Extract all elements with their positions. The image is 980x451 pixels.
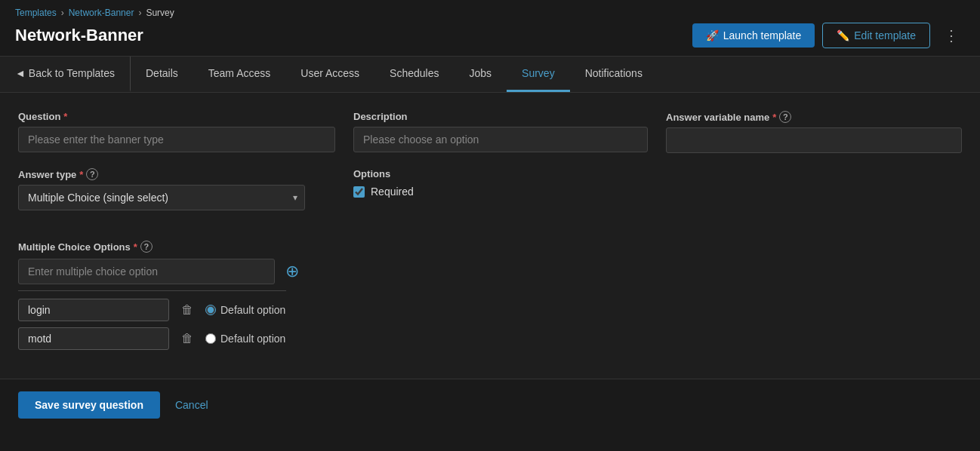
answer-type-select[interactable]: Text Textarea Password Integer Float Mul…	[18, 185, 305, 210]
question-col: Question *	[18, 111, 335, 153]
delete-login-button[interactable]: 🗑	[177, 302, 198, 318]
back-to-templates-tab[interactable]: ◄ Back to Templates	[0, 57, 131, 92]
option-input-motd[interactable]	[18, 327, 169, 350]
default-radio-login[interactable]	[205, 305, 216, 315]
back-label: Back to Templates	[29, 67, 115, 79]
rocket-icon: 🚀	[706, 29, 719, 41]
description-label: Description	[353, 111, 648, 122]
answer-var-required: *	[772, 112, 776, 123]
description-input[interactable]	[353, 127, 648, 152]
required-label-text: Required	[371, 186, 414, 198]
option-row-motd: 🗑 Default option	[18, 327, 962, 350]
top-header: Templates › Network-Banner › Survey Netw…	[0, 0, 980, 57]
tab-team-access[interactable]: Team Access	[193, 57, 285, 92]
question-required: *	[63, 111, 67, 122]
default-radio-motd-label[interactable]: Default option	[205, 333, 285, 345]
tab-jobs[interactable]: Jobs	[454, 57, 507, 92]
tab-notifications[interactable]: Notifications	[570, 57, 658, 92]
mc-options-section: Multiple Choice Options * ? ⊕ 🗑 Default …	[18, 241, 962, 350]
mc-input-row: ⊕	[18, 259, 962, 284]
answer-type-label: Answer type * ?	[18, 168, 335, 180]
tab-survey[interactable]: Survey	[507, 57, 570, 92]
add-option-button[interactable]: ⊕	[282, 263, 302, 280]
description-col: Description	[353, 111, 648, 153]
breadcrumb-survey: Survey	[146, 8, 174, 18]
option-input-login[interactable]	[18, 299, 169, 321]
option-rows: 🗑 Default option 🗑 Default option	[18, 299, 962, 350]
form-row-1: Question * Description Answer variable n…	[18, 111, 962, 153]
default-radio-motd[interactable]	[205, 333, 216, 344]
question-label: Question *	[18, 111, 335, 122]
answer-type-required: *	[79, 169, 83, 180]
mc-help-icon[interactable]: ?	[140, 241, 153, 253]
tab-user-access[interactable]: User Access	[285, 57, 374, 92]
header-row: Network-Banner 🚀 Launch template ✏️ Edit…	[15, 23, 965, 56]
page-title: Network-Banner	[15, 26, 143, 45]
breadcrumb: Templates › Network-Banner › Survey	[15, 8, 965, 18]
answer-type-col: Answer type * ? Text Textarea Password I…	[18, 168, 335, 210]
pencil-icon: ✏️	[837, 29, 849, 41]
mc-divider	[18, 290, 286, 291]
answer-type-select-wrapper: Text Textarea Password Integer Float Mul…	[18, 185, 305, 210]
default-option-motd-label: Default option	[220, 333, 285, 345]
mc-new-option-input[interactable]	[18, 259, 275, 284]
edit-template-button[interactable]: ✏️ Edit template	[822, 23, 930, 48]
form-content: Question * Description Answer variable n…	[0, 93, 980, 379]
breadcrumb-sep2: ›	[138, 8, 141, 18]
save-survey-question-button[interactable]: Save survey question	[18, 391, 160, 419]
tab-schedules[interactable]: Schedules	[374, 57, 454, 92]
breadcrumb-sep1: ›	[61, 8, 64, 18]
edit-label: Edit template	[854, 29, 916, 41]
tab-details[interactable]: Details	[131, 57, 193, 92]
answer-var-help-icon[interactable]: ?	[779, 111, 791, 123]
header-actions: 🚀 Launch template ✏️ Edit template ⋮	[692, 23, 965, 48]
more-options-button[interactable]: ⋮	[938, 23, 965, 48]
answer-var-label: Answer variable name * ?	[666, 111, 962, 123]
question-input[interactable]	[18, 127, 335, 152]
chevron-left-icon: ◄	[15, 67, 26, 79]
options-label: Options	[353, 168, 648, 179]
footer: Save survey question Cancel	[0, 379, 980, 431]
answer-var-col: Answer variable name * ? net_type	[666, 111, 962, 153]
breadcrumb-templates[interactable]: Templates	[15, 8, 57, 18]
required-checkbox-label[interactable]: Required	[353, 186, 648, 198]
option-row-login: 🗑 Default option	[18, 299, 962, 321]
launch-label: Launch template	[723, 29, 802, 41]
default-option-login-label: Default option	[220, 304, 285, 316]
mc-required: *	[134, 241, 137, 253]
launch-template-button[interactable]: 🚀 Launch template	[692, 23, 815, 48]
mc-options-label: Multiple Choice Options * ?	[18, 241, 962, 253]
cancel-button[interactable]: Cancel	[175, 399, 208, 411]
nav-tabs: ◄ Back to Templates Details Team Access …	[0, 57, 980, 93]
default-radio-login-label[interactable]: Default option	[205, 304, 285, 316]
required-checkbox[interactable]	[353, 186, 365, 198]
breadcrumb-network-banner[interactable]: Network-Banner	[69, 8, 134, 18]
options-col: Options Required	[353, 168, 648, 226]
answer-var-input[interactable]: net_type	[666, 127, 962, 153]
form-row-2: Answer type * ? Text Textarea Password I…	[18, 168, 962, 226]
delete-motd-button[interactable]: 🗑	[177, 330, 198, 347]
answer-type-help-icon[interactable]: ?	[86, 168, 98, 180]
